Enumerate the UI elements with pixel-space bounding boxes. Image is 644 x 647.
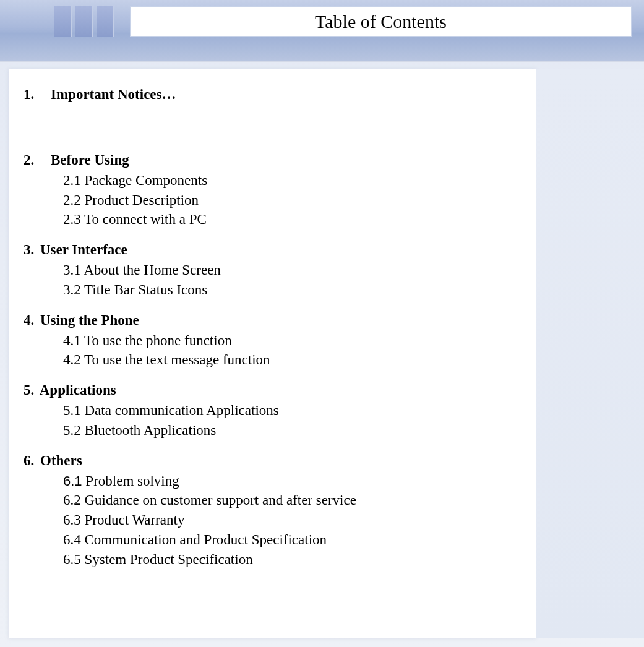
toc-subitem: 3.1 About the Home Screen <box>63 260 521 280</box>
toc-subitem: 4.2 To use the text message function <box>63 350 521 370</box>
toc-section-6: 6. Others <box>24 453 521 469</box>
section-title: Using the Phone <box>40 312 139 328</box>
section-number: 4. <box>24 312 34 328</box>
header-decoration <box>54 6 114 37</box>
toc-subitem: 2.1 Package Components <box>63 171 521 191</box>
section-title: Before Using <box>51 152 129 168</box>
section-title: Others <box>40 453 82 468</box>
toc-subitem: 5.2 Bluetooth Applications <box>63 421 521 440</box>
right-margin <box>536 69 644 638</box>
deco-square <box>54 6 72 37</box>
toc-subitem: 3.2 Title Bar Status Icons <box>63 280 521 300</box>
toc-section-4: 4. Using the Phone <box>24 312 521 328</box>
sub-number: 6.1 <box>63 473 82 489</box>
section-number: 1. <box>24 87 51 103</box>
deco-square <box>97 6 114 37</box>
toc-subitem: 6.3 Product Warranty <box>63 510 521 530</box>
deco-square <box>75 6 93 37</box>
page-title-box: Table of Contents <box>130 6 632 37</box>
toc-section-1: 1.Important Notices… <box>24 87 521 103</box>
header-band: Table of Contents <box>0 0 644 62</box>
sub-text: Problem solving <box>82 473 179 489</box>
toc-subitem: 2.2 Product Description <box>63 191 521 210</box>
toc-section-5: 5. Applications <box>24 382 521 398</box>
page-title: Table of Contents <box>315 11 447 32</box>
content-wrap: 1.Important Notices… 2.Before Using 2.1 … <box>0 69 644 638</box>
section-title: Important Notices… <box>51 87 176 102</box>
toc-subitem: 6.5 System Product Specification <box>63 550 521 570</box>
toc-subitem: 6.1 Problem solving <box>63 471 521 491</box>
toc-subitem: 6.2 Guidance on customer support and aft… <box>63 491 521 510</box>
section-number: 6. <box>24 453 34 469</box>
toc-subitem: 2.3 To connect with a PC <box>63 210 521 229</box>
section-number: 5. <box>24 382 34 398</box>
section-title: User Interface <box>40 242 127 257</box>
section-number: 3. <box>24 242 34 258</box>
toc-section-3: 3. User Interface <box>24 242 521 258</box>
spacer <box>24 105 521 140</box>
page-body: 1.Important Notices… 2.Before Using 2.1 … <box>9 69 536 638</box>
section-title: Applications <box>40 382 116 398</box>
toc-subitem: 4.1 To use the phone function <box>63 331 521 351</box>
section-number: 2. <box>24 152 51 168</box>
toc-subitem: 5.1 Data communication Applications <box>63 401 521 421</box>
toc-subitem: 6.4 Communication and Product Specificat… <box>63 530 521 550</box>
toc-section-2: 2.Before Using <box>24 152 521 168</box>
